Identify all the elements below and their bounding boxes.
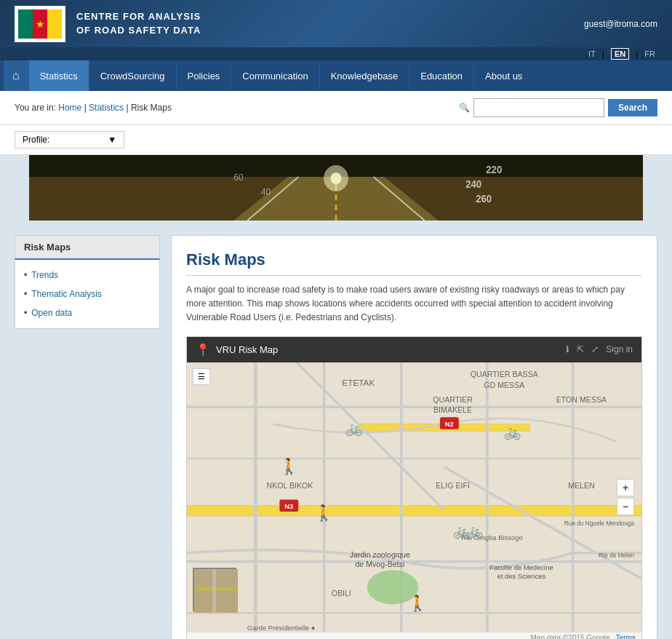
main-content: Risk Maps A major goal to increase road … (171, 235, 657, 639)
sidebar-nav: Trends Thematic Analysis Open data (15, 260, 160, 329)
svg-text:Rte de Melen: Rte de Melen (599, 552, 634, 558)
search-button[interactable]: Search (608, 99, 657, 116)
svg-text:Jardin zoologique: Jardin zoologique (350, 549, 410, 558)
svg-text:et des Sciences: et des Sciences (497, 572, 546, 580)
lang-fr[interactable]: FR (644, 49, 655, 58)
map-title: VRU Risk Map (216, 344, 278, 355)
nav-item-crowdsourcing[interactable]: CrowdSourcing (89, 60, 176, 91)
nav-item-knowledgebase[interactable]: Knowledgebase (319, 60, 409, 91)
hero-banner: 220 240 260 60 40 (29, 155, 643, 221)
svg-text:MELEN: MELEN (568, 481, 595, 490)
flag-star: ★ (36, 18, 45, 30)
zoom-in-button[interactable]: + (617, 479, 634, 496)
nav-item-policies[interactable]: Policies (176, 60, 231, 91)
sidebar-title: Risk Maps (15, 235, 160, 260)
page-description: A major goal to increase road safety is … (186, 283, 642, 325)
svg-text:ELIG EIFI: ELIG EIFI (436, 481, 470, 490)
nav-item-communication[interactable]: Communication (231, 60, 319, 91)
svg-text:OBILI: OBILI (332, 588, 351, 597)
sidebar-item-thematic[interactable]: Thematic Analysis (15, 285, 159, 303)
nav-item-education[interactable]: Education (409, 60, 473, 91)
svg-text:🚶: 🚶 (279, 456, 299, 475)
map-header-right: ℹ ⇱ ⤢ Sign in (566, 344, 633, 354)
search-icon: 🔍 (459, 103, 470, 113)
svg-text:NKOL BIKOK: NKOL BIKOK (267, 481, 313, 490)
breadcrumb-statistics[interactable]: Statistics (89, 103, 124, 113)
svg-text:40: 40 (261, 187, 271, 197)
header-left: ★ CENTRE FOR ANALYSIS OF ROAD SAFETY DAT… (15, 6, 201, 42)
svg-point-13 (330, 172, 341, 184)
profile-label: Profile: (23, 135, 49, 145)
profile-dropdown[interactable]: Profile: ▼ (15, 131, 124, 148)
svg-rect-63 (212, 569, 216, 613)
svg-text:ETETAK: ETETAK (342, 377, 375, 386)
svg-text:🚲: 🚲 (466, 523, 484, 539)
svg-text:QUARTIER BASSA: QUARTIER BASSA (471, 369, 539, 378)
profile-bar: Profile: ▼ (0, 125, 672, 155)
map-body[interactable]: N3 N2 ETETAK QUARTIER BASSA GD MESSA QUA… (187, 362, 641, 632)
lang-it[interactable]: IT (588, 49, 596, 58)
map-legend-button[interactable]: ☰ (193, 368, 210, 385)
map-header: 📍 VRU Risk Map ℹ ⇱ ⤢ Sign in (187, 337, 641, 362)
nav-item-statistics[interactable]: Statistics (28, 60, 89, 91)
sidebar-item-opendata[interactable]: Open data (15, 303, 159, 322)
site-header: ★ CENTRE FOR ANALYSIS OF ROAD SAFETY DAT… (0, 0, 672, 47)
svg-text:Faculte de Medecine: Faculte de Medecine (489, 563, 553, 571)
svg-text:N2: N2 (445, 420, 454, 428)
lang-en[interactable]: EN (611, 48, 629, 60)
content-wrapper: Risk Maps Trends Thematic Analysis Open … (0, 221, 672, 639)
breadcrumb-home[interactable]: Home (58, 103, 81, 113)
map-signin[interactable]: Sign in (606, 344, 633, 354)
thumbnail-svg (194, 569, 238, 613)
sidebar: Risk Maps Trends Thematic Analysis Open … (15, 235, 160, 639)
map-share-icon[interactable]: ⇱ (577, 344, 584, 354)
svg-text:BIMAKELE: BIMAKELE (433, 405, 472, 414)
site-title: CENTRE FOR ANALYSIS OF ROAD SAFETY DATA (76, 10, 201, 36)
svg-text:de Mvog-Betsi: de Mvog-Betsi (355, 559, 404, 568)
svg-text:🚲: 🚲 (368, 628, 385, 632)
svg-text:Garde Présidentielle ●: Garde Présidentielle ● (247, 623, 316, 631)
map-pin-icon: 📍 (196, 343, 210, 357)
svg-text:QUARTIER: QUARTIER (433, 395, 473, 404)
breadcrumb-current: Risk Maps (131, 103, 172, 113)
map-thumbnail (193, 568, 236, 611)
map-controls: + − (617, 479, 634, 515)
map-info-icon[interactable]: ℹ (566, 344, 569, 354)
svg-text:GD MESSA: GD MESSA (484, 381, 525, 389)
search-area: 🔍 Search (459, 98, 657, 117)
svg-text:🚲: 🚲 (345, 419, 363, 436)
search-input[interactable] (473, 98, 604, 117)
cameroon-flag: ★ (18, 9, 62, 39)
zoom-out-button[interactable]: − (617, 498, 634, 515)
svg-text:🚲: 🚲 (504, 424, 521, 440)
map-fullscreen-icon[interactable]: ⤢ (591, 344, 599, 354)
chevron-down-icon: ▼ (108, 135, 116, 145)
language-bar: IT | EN | FR (0, 47, 672, 60)
flag-yellow (47, 9, 62, 39)
list-icon: ☰ (198, 372, 205, 381)
main-nav: ⌂ Statistics CrowdSourcing Policies Comm… (0, 60, 672, 91)
svg-text:🚶: 🚶 (314, 504, 334, 523)
guest-email: guest@itroma.com (584, 19, 657, 29)
map-header-left: 📍 VRU Risk Map (196, 343, 278, 357)
map-data-text: Map data ©2015 Google (530, 634, 609, 639)
svg-text:220: 220 (486, 164, 502, 175)
flag-container: ★ (15, 6, 65, 42)
map-footer: Map data ©2015 Google Terms (187, 632, 641, 639)
svg-text:ETON MESSA: ETON MESSA (556, 395, 607, 404)
map-terms-link[interactable]: Terms (616, 634, 636, 639)
map-container: 📍 VRU Risk Map ℹ ⇱ ⤢ Sign in (186, 336, 642, 639)
home-button[interactable]: ⌂ (4, 60, 28, 91)
svg-text:240: 240 (465, 179, 481, 190)
sidebar-item-trends[interactable]: Trends (15, 266, 159, 285)
map-svg: N3 N2 ETETAK QUARTIER BASSA GD MESSA QUA… (187, 362, 641, 632)
svg-text:N3: N3 (284, 502, 293, 510)
svg-text:260: 260 (476, 194, 492, 205)
svg-text:🚶: 🚶 (408, 594, 428, 613)
hero-road-image: 220 240 260 60 40 (29, 155, 643, 221)
flag-green (18, 9, 33, 39)
flag-red: ★ (33, 9, 47, 39)
nav-item-about[interactable]: About us (473, 60, 533, 91)
top-bar: You are in: Home | Statistics | Risk Map… (0, 91, 672, 125)
breadcrumb: You are in: Home | Statistics | Risk Map… (15, 103, 172, 113)
